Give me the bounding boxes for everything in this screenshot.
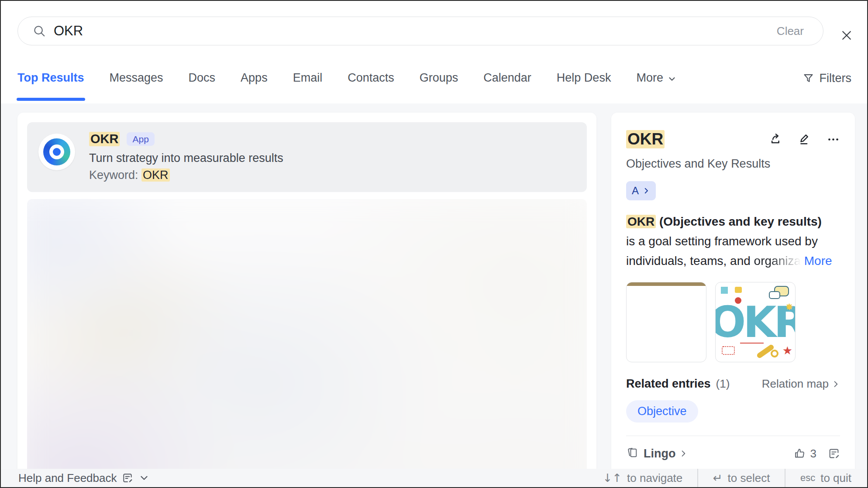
- feedback-note-icon[interactable]: [828, 447, 840, 460]
- related-entries-count: (1): [716, 377, 730, 391]
- like-button[interactable]: 3: [794, 447, 816, 461]
- tab-messages[interactable]: Messages: [110, 71, 163, 86]
- tab-calendar[interactable]: Calendar: [483, 71, 531, 86]
- global-search-window: OKR Clear Top Results Messages Docs Apps…: [0, 0, 868, 488]
- help-and-feedback-button[interactable]: Help and Feedback: [18, 471, 150, 485]
- entry-subtitle: Objectives and Key Results: [626, 157, 840, 171]
- share-icon[interactable]: [770, 133, 783, 146]
- tab-groups[interactable]: Groups: [420, 71, 458, 86]
- tab-docs[interactable]: Docs: [189, 71, 216, 86]
- tab-help-desk[interactable]: Help Desk: [557, 71, 611, 86]
- chevron-right-icon: [831, 380, 840, 388]
- search-tab-bar: Top Results Messages Docs Apps Email Con…: [1, 53, 867, 103]
- entry-definition: OKR (Objectives and key results) is a go…: [626, 212, 840, 271]
- like-count: 3: [810, 447, 816, 461]
- footer-bar: Help and Feedback ↓↑to navigate ↵to sele…: [1, 469, 867, 487]
- tab-contacts[interactable]: Contacts: [348, 71, 394, 86]
- select-key: ↵: [713, 471, 723, 485]
- navigate-keys: ↓↑: [603, 471, 622, 485]
- keyword-highlight: OKR: [141, 168, 170, 182]
- entry-title: OKR: [626, 130, 665, 148]
- tab-more[interactable]: More: [636, 71, 677, 86]
- definition-more-link[interactable]: More: [804, 254, 832, 268]
- related-entry-objective[interactable]: Objective: [626, 400, 698, 423]
- related-entries-label: Related entries: [626, 377, 711, 391]
- edit-icon[interactable]: [798, 133, 812, 146]
- search-header: OKR Clear: [1, 1, 867, 53]
- okr-app-icon: [38, 134, 75, 170]
- result-keyword: Keyword: OKR: [89, 168, 283, 182]
- search-input[interactable]: OKR Clear: [17, 17, 823, 45]
- filter-funnel-icon: [803, 72, 814, 84]
- chevron-right-icon: [642, 187, 650, 195]
- clear-search-button[interactable]: Clear: [772, 23, 808, 40]
- relation-map-link[interactable]: Relation map: [762, 377, 840, 391]
- tab-top-results[interactable]: Top Results: [17, 71, 84, 86]
- result-title: OKR: [89, 132, 120, 146]
- chevron-right-icon: [679, 449, 688, 458]
- result-subtitle: Turn strategy into measurable results: [89, 151, 283, 165]
- more-actions-icon[interactable]: [827, 133, 840, 146]
- lingo-entry-panel: OKR Objectives and Key Results A OKR (Ob…: [611, 113, 855, 488]
- chevron-down-icon: [138, 472, 150, 484]
- lingo-source-link[interactable]: Lingo: [644, 447, 675, 461]
- close-icon: [840, 29, 853, 42]
- entry-image-2[interactable]: OKR ★✸: [715, 282, 796, 362]
- feedback-note-icon: [122, 472, 133, 484]
- close-button[interactable]: [838, 27, 855, 44]
- top-result-card: OKR App Turn strategy into measurable re…: [17, 113, 596, 488]
- results-area: OKR App Turn strategy into measurable re…: [1, 103, 867, 488]
- okr-app-result[interactable]: OKR App Turn strategy into measurable re…: [27, 122, 587, 192]
- tab-email[interactable]: Email: [293, 71, 323, 86]
- app-type-badge: App: [127, 132, 154, 146]
- abbreviation-badge[interactable]: A: [626, 181, 656, 200]
- divider: [626, 436, 840, 436]
- app-preview-image[interactable]: [27, 199, 587, 488]
- search-icon: [33, 24, 46, 38]
- tabs: Top Results Messages Docs Apps Email Con…: [17, 53, 677, 103]
- filters-button[interactable]: Filters: [803, 53, 852, 103]
- search-query-text[interactable]: OKR: [54, 23, 772, 39]
- esc-key: esc: [800, 472, 815, 484]
- chevron-down-icon: [667, 74, 677, 84]
- keyboard-hints: ↓↑to navigate ↵to select escto quit: [588, 469, 852, 487]
- tab-apps[interactable]: Apps: [241, 71, 268, 86]
- thumbs-up-icon: [794, 447, 806, 460]
- lingo-cards-icon: [626, 447, 638, 461]
- entry-image-1[interactable]: [626, 282, 706, 362]
